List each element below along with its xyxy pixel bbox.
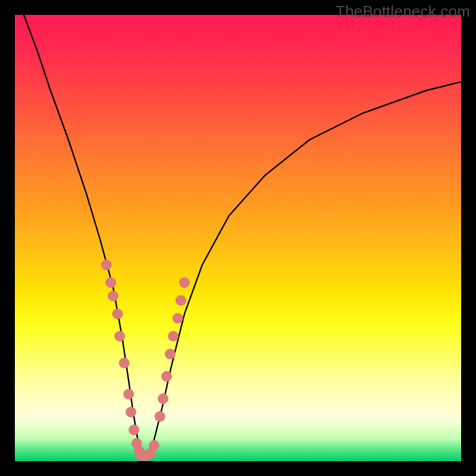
data-marker [158, 393, 168, 404]
data-marker [168, 331, 178, 342]
data-marker [176, 295, 186, 306]
data-marker [112, 309, 123, 320]
watermark-label: TheBottleneck.com [336, 2, 470, 21]
chart-svg [15, 15, 461, 461]
data-marker [105, 277, 116, 288]
data-marker [126, 407, 136, 418]
data-marker [173, 313, 183, 324]
data-marker [101, 259, 112, 270]
marker-layer [101, 259, 190, 461]
chart-container: TheBottleneck.com [0, 0, 476, 476]
data-marker [155, 411, 165, 422]
data-marker [165, 349, 176, 359]
data-marker [179, 277, 190, 288]
data-marker [108, 291, 118, 302]
data-marker [149, 440, 159, 451]
data-marker [119, 358, 130, 368]
data-marker [114, 331, 125, 342]
plot-area [15, 15, 461, 461]
bottleneck-curve [24, 15, 461, 457]
data-marker [161, 371, 172, 382]
data-marker [129, 425, 139, 436]
data-marker [123, 389, 134, 400]
